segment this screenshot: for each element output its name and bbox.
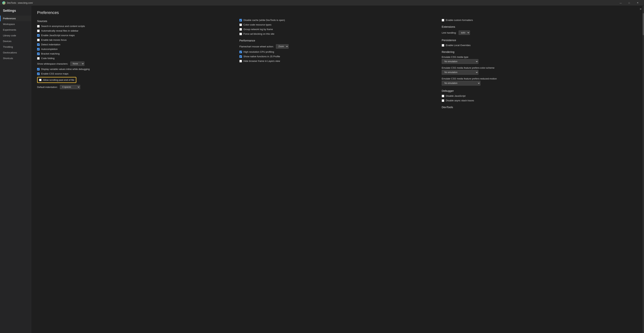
disable-js-label[interactable]: Disable JavaScript xyxy=(446,94,466,97)
sidebar-item-devices[interactable]: Devices xyxy=(0,38,31,44)
display-variable-inline-checkbox[interactable] xyxy=(37,68,40,70)
color-code-resources-label[interactable]: Color-code resource types xyxy=(244,23,271,26)
settings-title: Settings xyxy=(0,9,31,16)
disable-js-checkbox[interactable] xyxy=(442,95,444,97)
css-media-type-select[interactable]: No emulation print screen xyxy=(442,59,478,64)
flamechart-select[interactable]: Zoom Scroll xyxy=(276,44,288,49)
search-anonymous-checkbox[interactable] xyxy=(37,25,40,28)
sources-checkboxes2: Display variable values inline while deb… xyxy=(37,68,232,75)
sidebar-item-geolocations[interactable]: Geolocations xyxy=(0,50,31,56)
checkbox-row-search-anonymous: Search in anonymous and content scripts xyxy=(37,25,232,28)
color-code-resources-checkbox[interactable] xyxy=(240,24,242,26)
force-ad-blocking-checkbox[interactable] xyxy=(240,33,242,35)
checkbox-row-disable-async-traces: Disable async stack traces xyxy=(442,99,637,102)
minimize-button[interactable]: — xyxy=(616,0,625,6)
col-right: Enable custom formatters Extensions Link… xyxy=(442,10,637,328)
css-source-maps-label[interactable]: Enable CSS source maps xyxy=(41,72,68,75)
sidebar-item-shortcuts[interactable]: Shortcuts xyxy=(0,56,31,61)
autocompletion-checkbox[interactable] xyxy=(37,48,40,50)
custom-formatters-row: Enable custom formatters xyxy=(442,19,637,22)
group-network-log-checkbox[interactable] xyxy=(240,28,242,31)
col-network-performance: Disable cache (while DevTools is open)Co… xyxy=(240,10,434,328)
force-ad-blocking-label[interactable]: Force ad blocking on this site xyxy=(244,32,274,35)
checkbox-row-js-source-maps: Enable JavaScript source maps xyxy=(37,34,232,37)
css-prefers-color-row: Emulate CSS media feature prefers-color-… xyxy=(442,66,637,75)
checkbox-row-color-code-resources: Color-code resource types xyxy=(240,23,434,26)
hide-browser-frame-checkbox[interactable] xyxy=(240,60,242,62)
sidebar-item-workspace[interactable]: Workspace xyxy=(0,21,31,27)
section-performance: Performance xyxy=(240,39,434,42)
local-overrides-checkbox[interactable] xyxy=(442,44,444,47)
bracket-matching-checkbox[interactable] xyxy=(37,52,40,55)
checkbox-row-tab-moves-focus: Enable tab moves focus xyxy=(37,38,232,41)
section-persistence: Persistence xyxy=(442,38,637,42)
local-overrides-label[interactable]: Enable Local Overrides xyxy=(446,44,470,47)
detect-indentation-checkbox[interactable] xyxy=(37,43,40,46)
tab-moves-focus-label[interactable]: Enable tab moves focus xyxy=(41,38,67,41)
autocompletion-label[interactable]: Autocompletion xyxy=(41,48,58,50)
hide-browser-frame-label[interactable]: Hide browser frame in Layers view xyxy=(244,60,280,62)
js-source-maps-checkbox[interactable] xyxy=(37,34,40,37)
disable-cache-checkbox[interactable] xyxy=(240,19,242,22)
disable-cache-label[interactable]: Disable cache (while DevTools is open) xyxy=(244,19,285,22)
css-prefers-motion-label: Emulate CSS media feature prefers-reduce… xyxy=(442,77,637,80)
indentation-select[interactable]: 2 spaces 4 spaces 8 spaces Tab character xyxy=(60,85,80,89)
group-network-log-label[interactable]: Group network log by frame xyxy=(244,28,273,31)
checkbox-row-bracket-matching: Bracket matching xyxy=(37,52,232,55)
auto-reveal-checkbox[interactable] xyxy=(37,30,40,32)
sidebar-item-library-code[interactable]: Library code xyxy=(0,33,31,38)
show-native-functions-checkbox[interactable] xyxy=(240,55,242,58)
checkbox-row-hide-browser-frame: Hide browser frame in Layers view xyxy=(240,60,434,62)
disable-async-traces-checkbox[interactable] xyxy=(442,99,444,102)
checkbox-row-disable-js: Disable JavaScript xyxy=(442,94,637,97)
titlebar-title: DevTools - www.bing.com/ xyxy=(7,2,616,4)
auto-reveal-label[interactable]: Automatically reveal files in sidebar xyxy=(41,29,78,32)
high-res-cpu-label[interactable]: High resolution CPU profiling xyxy=(244,50,274,53)
maximize-button[interactable]: □ xyxy=(625,0,633,6)
main-content: ✕ Preferences Sources Search in anonymou… xyxy=(31,6,642,333)
sources-checkboxes: Search in anonymous and content scriptsA… xyxy=(37,25,232,60)
whitespace-select[interactable]: None All Trailing xyxy=(70,62,84,66)
sidebar-nav: PreferencesWorkspaceExperimentsLibrary c… xyxy=(0,16,31,61)
css-prefers-color-select[interactable]: No emulation prefers-color-scheme: dark … xyxy=(442,70,478,75)
link-handling-select[interactable]: auto xyxy=(458,30,470,35)
checkbox-row-detect-indentation: Detect indentation xyxy=(37,43,232,46)
search-anonymous-label[interactable]: Search in anonymous and content scripts xyxy=(41,25,85,28)
page-title: Preferences xyxy=(37,10,232,15)
code-folding-label[interactable]: Code folding xyxy=(41,57,54,60)
sidebar-item-throttling[interactable]: Throttling xyxy=(0,44,31,50)
checkbox-row-disable-cache: Disable cache (while DevTools is open) xyxy=(240,19,434,22)
show-native-functions-label[interactable]: Show native functions in JS Profile xyxy=(244,55,280,58)
detect-indentation-label[interactable]: Detect indentation xyxy=(41,43,60,46)
code-folding-checkbox[interactable] xyxy=(37,57,40,60)
high-res-cpu-checkbox[interactable] xyxy=(240,51,242,53)
link-handling-label: Link handling: xyxy=(442,32,456,34)
settings-close-button[interactable]: ✕ xyxy=(640,7,642,11)
checkbox-row-high-res-cpu: High resolution CPU profiling xyxy=(240,50,434,53)
checkbox-row-group-network-log: Group network log by frame xyxy=(240,28,434,31)
sidebar-item-experiments[interactable]: Experiments xyxy=(0,27,31,33)
checkbox-row-css-source-maps: Enable CSS source maps xyxy=(37,72,232,75)
sidebar-item-preferences[interactable]: Preferences xyxy=(0,16,31,21)
checkbox-row-display-variable-inline: Display variable values inline while deb… xyxy=(37,68,232,70)
section-sources: Sources xyxy=(37,20,232,22)
allow-scrolling-checkbox[interactable] xyxy=(39,79,42,81)
bracket-matching-label[interactable]: Bracket matching xyxy=(41,52,60,55)
checkbox-row-force-ad-blocking: Force ad blocking on this site xyxy=(240,32,434,35)
checkbox-row-show-native-functions: Show native functions in JS Profile xyxy=(240,55,434,58)
tab-moves-focus-checkbox[interactable] xyxy=(37,39,40,41)
settings-container: Settings PreferencesWorkspaceExperiments… xyxy=(0,6,644,333)
network-checkboxes: Disable cache (while DevTools is open)Co… xyxy=(240,19,434,35)
js-source-maps-label[interactable]: Enable JavaScript source maps xyxy=(41,34,75,37)
css-prefers-motion-select[interactable]: No emulation prefers-reduced-motion: red… xyxy=(442,81,480,86)
custom-formatters-label[interactable]: Enable custom formatters xyxy=(446,19,473,22)
css-prefers-motion-row: Emulate CSS media feature prefers-reduce… xyxy=(442,77,637,86)
allow-scrolling-label[interactable]: Allow scrolling past end of file xyxy=(43,78,74,81)
css-source-maps-checkbox[interactable] xyxy=(37,72,40,75)
scrollbar[interactable] xyxy=(642,6,644,333)
custom-formatters-checkbox[interactable] xyxy=(442,19,444,22)
close-button[interactable]: ✕ xyxy=(633,0,642,6)
app: Settings PreferencesWorkspaceExperiments… xyxy=(0,6,644,333)
disable-async-traces-label[interactable]: Disable async stack traces xyxy=(446,99,474,102)
display-variable-inline-label[interactable]: Display variable values inline while deb… xyxy=(41,68,90,70)
